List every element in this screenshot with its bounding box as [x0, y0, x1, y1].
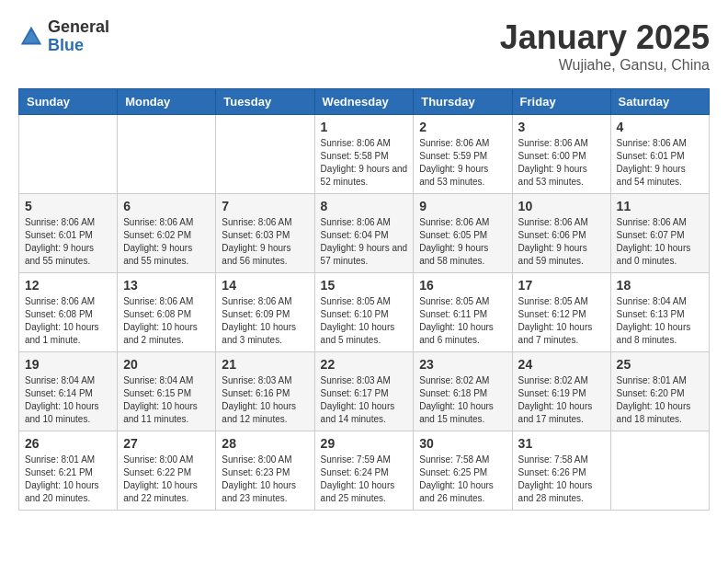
day-info: Sunrise: 8:06 AM Sunset: 6:09 PM Dayligh… [222, 295, 308, 347]
calendar-cell: 3Sunrise: 8:06 AM Sunset: 6:00 PM Daylig… [512, 115, 610, 194]
calendar-cell: 1Sunrise: 8:06 AM Sunset: 5:58 PM Daylig… [314, 115, 414, 194]
calendar-cell: 7Sunrise: 8:06 AM Sunset: 6:03 PM Daylig… [216, 194, 314, 273]
day-info: Sunrise: 8:04 AM Sunset: 6:14 PM Dayligh… [25, 374, 111, 426]
day-info: Sunrise: 7:58 AM Sunset: 6:26 PM Dayligh… [518, 454, 605, 505]
day-number: 17 [518, 278, 605, 293]
calendar-cell: 12Sunrise: 8:06 AM Sunset: 6:08 PM Dayli… [19, 273, 118, 352]
calendar-cell: 19Sunrise: 8:04 AM Sunset: 6:14 PM Dayli… [19, 352, 118, 431]
location-subtitle: Wujiahe, Gansu, China [500, 57, 710, 74]
day-info: Sunrise: 8:00 AM Sunset: 6:23 PM Dayligh… [222, 454, 308, 505]
day-number: 21 [222, 357, 308, 372]
day-number: 12 [25, 278, 111, 293]
day-number: 30 [419, 436, 506, 451]
calendar-cell: 29Sunrise: 7:59 AM Sunset: 6:24 PM Dayli… [314, 431, 414, 511]
calendar-cell: 28Sunrise: 8:00 AM Sunset: 6:23 PM Dayli… [216, 431, 314, 511]
logo-general-text: General [48, 18, 109, 37]
day-info: Sunrise: 8:01 AM Sunset: 6:20 PM Dayligh… [617, 374, 703, 426]
day-number: 24 [518, 357, 605, 372]
column-header-thursday: Thursday [414, 89, 512, 115]
week-row-3: 12Sunrise: 8:06 AM Sunset: 6:08 PM Dayli… [19, 273, 710, 352]
calendar-cell [610, 431, 709, 511]
day-info: Sunrise: 8:06 AM Sunset: 6:01 PM Dayligh… [25, 216, 111, 268]
logo: General Blue [18, 18, 109, 55]
calendar-cell: 10Sunrise: 8:06 AM Sunset: 6:06 PM Dayli… [512, 194, 610, 273]
day-info: Sunrise: 8:06 AM Sunset: 6:05 PM Dayligh… [419, 216, 506, 268]
calendar-cell: 22Sunrise: 8:03 AM Sunset: 6:17 PM Dayli… [314, 352, 414, 431]
calendar-cell: 24Sunrise: 8:02 AM Sunset: 6:19 PM Dayli… [512, 352, 610, 431]
day-number: 13 [123, 278, 210, 293]
day-info: Sunrise: 8:04 AM Sunset: 6:13 PM Dayligh… [617, 295, 703, 347]
day-number: 26 [25, 436, 111, 451]
day-info: Sunrise: 8:06 AM Sunset: 5:58 PM Dayligh… [321, 137, 408, 189]
day-info: Sunrise: 8:05 AM Sunset: 6:10 PM Dayligh… [321, 295, 408, 347]
day-number: 25 [617, 357, 703, 372]
day-info: Sunrise: 8:02 AM Sunset: 6:19 PM Dayligh… [518, 374, 605, 426]
calendar-cell: 14Sunrise: 8:06 AM Sunset: 6:09 PM Dayli… [216, 273, 314, 352]
day-info: Sunrise: 8:06 AM Sunset: 6:07 PM Dayligh… [617, 216, 703, 268]
column-header-sunday: Sunday [19, 89, 118, 115]
calendar-cell: 30Sunrise: 7:58 AM Sunset: 6:25 PM Dayli… [414, 431, 512, 511]
day-number: 19 [25, 357, 111, 372]
day-number: 9 [419, 199, 506, 213]
day-number: 2 [419, 120, 506, 134]
day-number: 27 [123, 436, 210, 451]
day-number: 28 [222, 436, 308, 451]
day-info: Sunrise: 7:59 AM Sunset: 6:24 PM Dayligh… [321, 454, 408, 505]
day-number: 6 [123, 199, 210, 213]
calendar-cell: 2Sunrise: 8:06 AM Sunset: 5:59 PM Daylig… [414, 115, 512, 194]
calendar-table: SundayMondayTuesdayWednesdayThursdayFrid… [18, 88, 710, 511]
day-info: Sunrise: 8:04 AM Sunset: 6:15 PM Dayligh… [123, 374, 210, 426]
day-number: 20 [123, 357, 210, 372]
calendar-cell: 18Sunrise: 8:04 AM Sunset: 6:13 PM Dayli… [610, 273, 709, 352]
week-row-5: 26Sunrise: 8:01 AM Sunset: 6:21 PM Dayli… [19, 431, 710, 511]
day-number: 1 [321, 120, 408, 134]
week-row-4: 19Sunrise: 8:04 AM Sunset: 6:14 PM Dayli… [19, 352, 710, 431]
day-info: Sunrise: 7:58 AM Sunset: 6:25 PM Dayligh… [419, 454, 506, 505]
calendar-cell: 31Sunrise: 7:58 AM Sunset: 6:26 PM Dayli… [512, 431, 610, 511]
calendar-cell: 27Sunrise: 8:00 AM Sunset: 6:22 PM Dayli… [118, 431, 216, 511]
week-row-1: 1Sunrise: 8:06 AM Sunset: 5:58 PM Daylig… [19, 115, 710, 194]
day-number: 4 [617, 120, 703, 134]
calendar-cell: 17Sunrise: 8:05 AM Sunset: 6:12 PM Dayli… [512, 273, 610, 352]
day-info: Sunrise: 8:01 AM Sunset: 6:21 PM Dayligh… [25, 454, 111, 505]
day-number: 31 [518, 436, 605, 451]
calendar-cell: 21Sunrise: 8:03 AM Sunset: 6:16 PM Dayli… [216, 352, 314, 431]
day-number: 11 [617, 199, 703, 213]
day-number: 5 [25, 199, 111, 213]
day-info: Sunrise: 8:03 AM Sunset: 6:17 PM Dayligh… [321, 374, 408, 426]
day-info: Sunrise: 8:06 AM Sunset: 5:59 PM Dayligh… [419, 137, 506, 189]
calendar-cell: 11Sunrise: 8:06 AM Sunset: 6:07 PM Dayli… [610, 194, 709, 273]
page-header: General Blue January 2025 Wujiahe, Gansu… [18, 18, 710, 74]
calendar-cell [118, 115, 216, 194]
day-info: Sunrise: 8:06 AM Sunset: 6:06 PM Dayligh… [518, 216, 605, 268]
day-info: Sunrise: 8:06 AM Sunset: 6:03 PM Dayligh… [222, 216, 308, 268]
day-info: Sunrise: 8:03 AM Sunset: 6:16 PM Dayligh… [222, 374, 308, 426]
day-number: 29 [321, 436, 408, 451]
day-number: 15 [321, 278, 408, 293]
calendar-cell: 9Sunrise: 8:06 AM Sunset: 6:05 PM Daylig… [414, 194, 512, 273]
calendar-cell: 5Sunrise: 8:06 AM Sunset: 6:01 PM Daylig… [19, 194, 118, 273]
column-header-wednesday: Wednesday [314, 89, 414, 115]
calendar-cell: 8Sunrise: 8:06 AM Sunset: 6:04 PM Daylig… [314, 194, 414, 273]
column-header-friday: Friday [512, 89, 610, 115]
logo-icon [18, 24, 44, 50]
day-info: Sunrise: 8:06 AM Sunset: 6:02 PM Dayligh… [123, 216, 210, 268]
calendar-cell [19, 115, 118, 194]
week-row-2: 5Sunrise: 8:06 AM Sunset: 6:01 PM Daylig… [19, 194, 710, 273]
day-info: Sunrise: 8:06 AM Sunset: 6:01 PM Dayligh… [617, 137, 703, 189]
calendar-cell: 26Sunrise: 8:01 AM Sunset: 6:21 PM Dayli… [19, 431, 118, 511]
day-info: Sunrise: 8:02 AM Sunset: 6:18 PM Dayligh… [419, 374, 506, 426]
calendar-cell: 6Sunrise: 8:06 AM Sunset: 6:02 PM Daylig… [118, 194, 216, 273]
calendar-cell: 20Sunrise: 8:04 AM Sunset: 6:15 PM Dayli… [118, 352, 216, 431]
day-info: Sunrise: 8:06 AM Sunset: 6:08 PM Dayligh… [25, 295, 111, 347]
day-number: 3 [518, 120, 605, 134]
day-info: Sunrise: 8:06 AM Sunset: 6:08 PM Dayligh… [123, 295, 210, 347]
column-header-monday: Monday [118, 89, 216, 115]
day-number: 10 [518, 199, 605, 213]
day-info: Sunrise: 8:00 AM Sunset: 6:22 PM Dayligh… [123, 454, 210, 505]
month-year-title: January 2025 [500, 18, 710, 57]
day-info: Sunrise: 8:05 AM Sunset: 6:12 PM Dayligh… [518, 295, 605, 347]
calendar-cell: 23Sunrise: 8:02 AM Sunset: 6:18 PM Dayli… [414, 352, 512, 431]
day-number: 22 [321, 357, 408, 372]
calendar-cell [216, 115, 314, 194]
